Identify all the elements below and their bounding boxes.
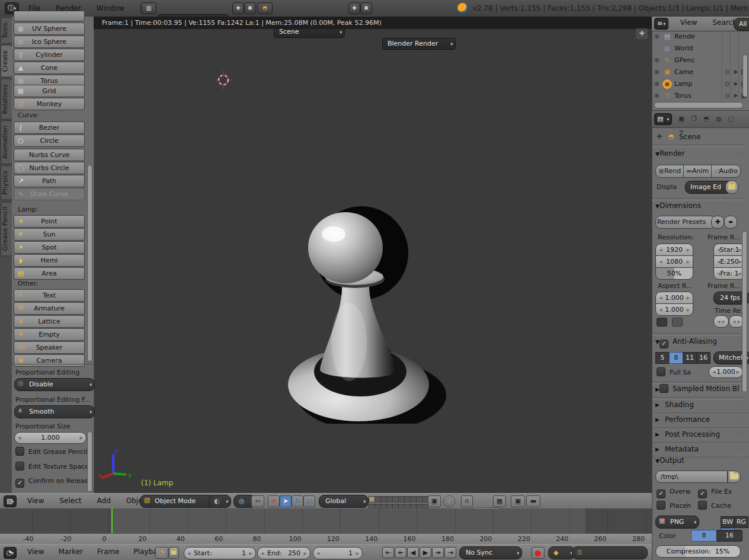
outliner-row[interactable]: ⊕ ✎ GPenc (653, 55, 743, 66)
color-depth-button[interactable]: 8 (691, 530, 717, 542)
object-name[interactable]: World (674, 43, 713, 55)
proportional-falloff-dropdown[interactable]: Smooth (14, 405, 95, 418)
render-still-icon[interactable]: ▣ (511, 495, 525, 507)
editor-type-view3d-icon[interactable]: ▧ (4, 495, 17, 507)
audio-button[interactable]: ◁Audio (711, 165, 741, 178)
visibility-eye-icon[interactable]: ⊙ (723, 78, 731, 90)
properties-tab-icon[interactable]: ❐ (688, 113, 700, 125)
add-lamp-button[interactable]: ☀Sun (14, 228, 85, 241)
render-presets-dropdown[interactable]: Render Presets (655, 216, 716, 229)
scene-add-button[interactable]: ✚ (348, 2, 360, 14)
panel-grip[interactable] (735, 337, 740, 344)
frame-end-field[interactable]: E:250 (713, 255, 745, 268)
panel-grip[interactable] (735, 401, 740, 408)
proportional-edit-icon[interactable]: ◯ (443, 495, 455, 507)
outliner-row[interactable]: ◍ World (653, 43, 743, 55)
transport-button[interactable]: ⇤ (382, 547, 394, 558)
render-button[interactable]: ▣Rend (655, 165, 684, 178)
file-browse-button[interactable] (728, 471, 741, 483)
add-cube-button-partial[interactable] (14, 11, 85, 21)
add-mesh-button[interactable]: ☺Monkey (14, 98, 85, 110)
proportional-editing-dropdown[interactable]: Disable (14, 378, 95, 391)
render-anim-icon[interactable]: ▬ (526, 495, 540, 507)
toolshelf-tab[interactable]: Grease Pencil (1, 201, 12, 256)
collapsed-panel-header[interactable]: ▶ Performance (652, 413, 749, 428)
add-other-button[interactable]: ▣Camera (14, 354, 85, 367)
expand-icon[interactable]: ⊕ (654, 66, 661, 78)
add-mesh-button[interactable]: ◇Ico Sphere (14, 36, 85, 48)
frame-start-field[interactable]: Star:1 (713, 244, 745, 256)
panel-grip[interactable] (735, 149, 740, 157)
toolshelf-checkbox[interactable]: Edit Grease Pencil (15, 447, 92, 456)
aa-samples-button[interactable]: 8 (669, 352, 683, 364)
visibility-eye-icon[interactable]: ⊙ (723, 66, 731, 78)
expand-icon[interactable]: ⊕ (654, 55, 661, 66)
current-frame-field[interactable]: 1 (313, 547, 363, 559)
full-sample-checkbox[interactable]: Full Sa (657, 367, 691, 377)
lock-to-scene-icon[interactable]: ▣ (428, 495, 441, 507)
record-button[interactable]: ● (532, 547, 545, 559)
add-curve-button[interactable]: ⌒Nurbs Curve (14, 149, 85, 161)
menu-item[interactable]: Add (94, 497, 114, 505)
outliner-row[interactable]: ⊕ ▣ Came ⊙ ➤ ▣ (653, 66, 743, 78)
menu-item[interactable]: Window (94, 4, 127, 12)
add-curve-button[interactable]: ○Circle (14, 135, 85, 147)
pawn-3d-model[interactable] (270, 199, 447, 424)
outliner-display-mode[interactable]: All (734, 18, 749, 31)
aa-samples-button[interactable]: 5 (655, 352, 670, 364)
frame-end-field[interactable]: End:250 (257, 547, 311, 559)
border-checkbox[interactable] (657, 318, 667, 327)
time-remap-old-field[interactable] (713, 315, 729, 328)
draw-curve-button[interactable]: ✎Draw Curve (14, 188, 85, 200)
toolshelf-checkbox[interactable]: Confirm on Release (15, 476, 92, 486)
toolshelf-lower-scrollbar[interactable] (87, 431, 92, 492)
selectability-arrow-icon[interactable]: ➤ (731, 78, 740, 90)
keying-set-field[interactable]: ⚿ (572, 546, 648, 559)
toolshelf-checkbox[interactable]: Edit Texture Space (15, 462, 92, 471)
toolshelf-tab[interactable]: Tools (1, 17, 12, 44)
panel-grip[interactable] (735, 456, 740, 464)
translate-active-icon[interactable]: ➤ (280, 495, 292, 507)
selectability-arrow-icon[interactable]: ➤ (731, 90, 740, 102)
outliner-row[interactable]: ⊕ ◉ Lamp ⊙ ➤ ▣ (653, 78, 743, 90)
crop-checkbox[interactable] (672, 318, 683, 327)
expand-icon[interactable]: ⊕ (654, 90, 661, 102)
proportional-size-field[interactable]: 1.000 (14, 432, 87, 444)
output-checkbox[interactable]: File Ex (698, 487, 740, 497)
add-curve-button[interactable]: ◯Nurbs Circle (14, 162, 85, 174)
expand-icon[interactable]: ⊕ (654, 78, 661, 90)
add-other-button[interactable]: FText (14, 289, 85, 302)
aa-panel-header[interactable]: ▼Anti-Aliasing (655, 337, 717, 348)
layout-add-button[interactable]: ✚ (232, 2, 244, 14)
layout-close-button[interactable]: ✖ (244, 2, 256, 14)
output-checkbox[interactable]: Placeh (657, 501, 698, 510)
checkbox-box[interactable] (15, 479, 24, 488)
transport-button[interactable]: ◀ (407, 547, 419, 558)
transport-button[interactable]: ▶ (420, 547, 431, 558)
properties-tab-icon[interactable]: ▢ (725, 113, 737, 125)
output-checkbox[interactable]: Overw (657, 487, 698, 497)
aa-samples-button[interactable]: 16 (696, 352, 710, 364)
mode-selector[interactable]: Object Mode (140, 495, 216, 508)
channel-button[interactable]: BW (721, 516, 735, 528)
object-name[interactable]: Torus (674, 90, 713, 102)
add-mesh-button[interactable]: ▲Cone (14, 62, 85, 74)
outliner-row[interactable]: ⊕ ▽ Torus ⊙ ➤ ▣ (653, 90, 743, 102)
outliner-vscrollbar[interactable] (742, 55, 748, 97)
frame-start-field[interactable]: Start:1 (184, 547, 256, 559)
timeline-ruler[interactable]: -40-200204060801001201401601802002202402… (0, 533, 652, 545)
checkbox-box[interactable] (15, 447, 24, 456)
transport-button[interactable]: ⇥ (444, 547, 456, 558)
resolution-percentage-slider[interactable]: 50% (655, 267, 693, 280)
toolshelf-tab[interactable]: Animation (1, 120, 12, 164)
panel-grip[interactable] (735, 415, 740, 423)
output-checkbox[interactable]: Cache (698, 501, 740, 510)
add-curve-button[interactable]: ↗Path (14, 175, 85, 187)
transport-button[interactable]: ↞ (395, 547, 406, 558)
add-curve-button[interactable]: ʃBezier (14, 121, 85, 134)
render-panel-header[interactable]: ▼Render (655, 149, 685, 158)
editor-type-timeline-icon[interactable]: ◔ (4, 547, 17, 559)
auto-keyframe-icon[interactable]: ◔ (155, 547, 168, 559)
rotate-manipulator-icon[interactable]: ↻ (292, 495, 303, 507)
transform-orientation-selector[interactable]: Global (319, 495, 369, 508)
